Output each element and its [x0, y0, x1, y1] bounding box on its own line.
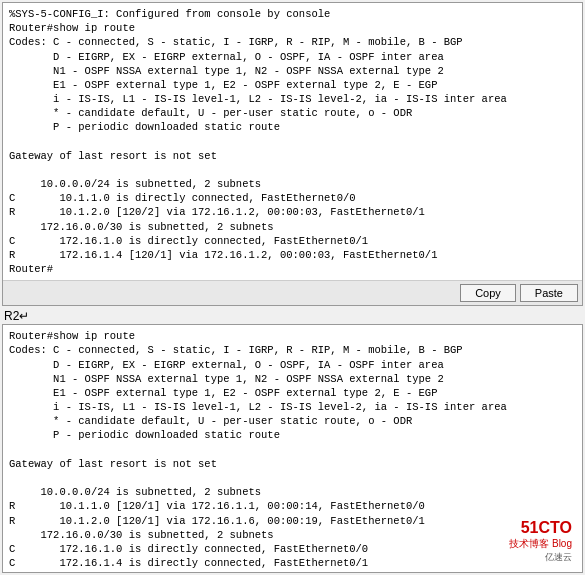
r1-terminal-section: %SYS-5-CONFIG_I: Configured from console… [2, 2, 583, 306]
r2-terminal-content: Router#show ip route Codes: C - connecte… [3, 325, 582, 573]
paste-button[interactable]: Paste [520, 284, 578, 302]
r1-terminal-content: %SYS-5-CONFIG_I: Configured from console… [3, 3, 582, 280]
r1-toolbar: Copy Paste [3, 280, 582, 305]
main-container: %SYS-5-CONFIG_I: Configured from console… [0, 0, 585, 575]
r2-terminal-section: Router#show ip route Codes: C - connecte… [2, 324, 583, 573]
copy-button[interactable]: Copy [460, 284, 516, 302]
r2-label: R2↵ [0, 306, 585, 324]
